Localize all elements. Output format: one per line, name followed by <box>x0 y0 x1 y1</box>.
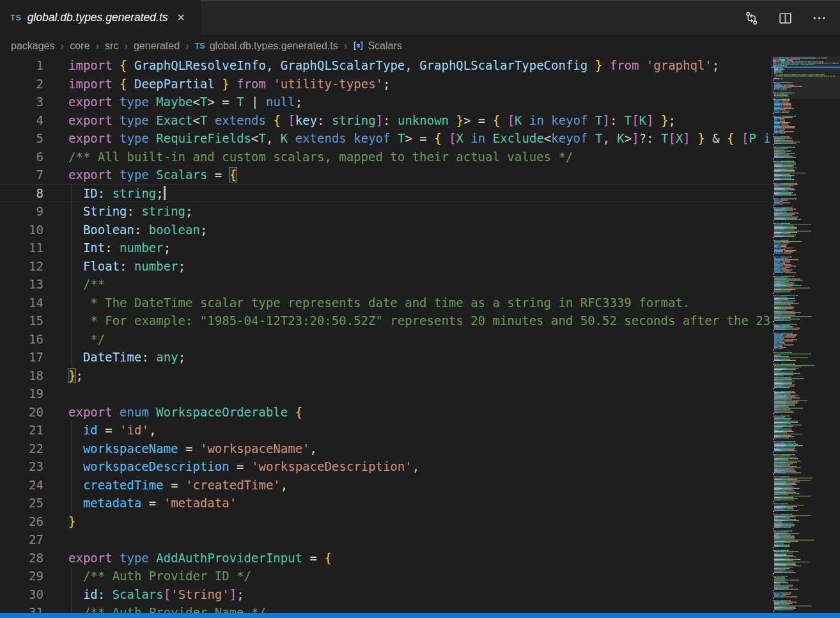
code-line[interactable]: 31 /** Auth Provider Name */ <box>0 603 770 613</box>
minimap[interactable] <box>771 56 840 613</box>
breadcrumb-item-packages[interactable]: packages <box>11 40 55 52</box>
code-line[interactable]: 3export type Maybe<T> = T | null; <box>0 93 770 111</box>
code-line[interactable]: 18}; <box>0 367 770 385</box>
line-number: 17 <box>0 348 43 367</box>
code-line[interactable]: 24 createdTime = 'createdTime', <box>0 476 770 495</box>
code-line[interactable]: 15 * For example: "1985-04-12T23:20:50.5… <box>0 312 770 330</box>
code-line[interactable]: 8 ID: string; <box>0 184 770 203</box>
code-line[interactable]: 26} <box>0 512 770 531</box>
line-number: 5 <box>0 129 43 148</box>
code-line-content: import { GraphQLResolveInfo, GraphQLScal… <box>43 56 770 75</box>
chevron-right-icon: › <box>61 40 65 52</box>
code-line-content: import { DeepPartial } from 'utility-typ… <box>43 75 770 93</box>
line-number: 10 <box>0 221 43 239</box>
indent-guide <box>71 603 72 613</box>
code-line-content: Boolean: boolean; <box>43 221 770 239</box>
line-number: 7 <box>0 166 43 184</box>
code-line[interactable]: 4export type Exact<T extends { [key: str… <box>0 111 770 130</box>
code-line-content <box>43 384 770 403</box>
more-actions-icon[interactable] <box>811 10 827 26</box>
vscode-window: TS global.db.types.generated.ts ✕ pa <box>0 0 840 618</box>
line-number: 2 <box>0 75 43 93</box>
code-line-content: workspaceName = 'workspaceName', <box>43 440 770 458</box>
code-line[interactable]: 23 workspaceDescription = 'workspaceDesc… <box>0 457 770 476</box>
code-area[interactable]: 1import { GraphQLResolveInfo, GraphQLSca… <box>0 56 770 613</box>
breadcrumb-item-generated[interactable]: generated <box>134 40 180 52</box>
code-line-content: * For example: "1985-04-12T23:20:50.52Z"… <box>43 312 770 330</box>
minimap-canvas[interactable] <box>771 56 840 613</box>
tab-bar: TS global.db.types.generated.ts ✕ <box>0 0 840 35</box>
code-line[interactable]: 29 /** Auth Provider ID */ <box>0 567 770 585</box>
line-number: 26 <box>0 512 43 531</box>
code-line-content: /** Auth Provider Name */ <box>43 603 770 613</box>
breadcrumb-item-file[interactable]: global.db.types.generated.ts <box>210 40 338 52</box>
indent-guide <box>71 585 72 604</box>
indent-guide <box>71 476 72 495</box>
indent-guide <box>71 294 72 312</box>
breadcrumb-item-symbol-scalars[interactable]: Scalars <box>368 40 401 52</box>
code-line[interactable]: 13 /** <box>0 275 770 294</box>
line-number: 25 <box>0 494 43 512</box>
code-line-content: Int: number; <box>43 239 770 257</box>
code-line[interactable]: 30 id: Scalars['String']; <box>0 585 770 604</box>
code-line[interactable]: 6/** All built-in and custom scalars, ma… <box>0 148 770 166</box>
code-line-content: export type Scalars = { <box>43 166 770 184</box>
code-line[interactable]: 11 Int: number; <box>0 239 770 257</box>
code-line-content: export enum WorkspaceOrderable { <box>43 403 770 422</box>
code-line[interactable]: 20export enum WorkspaceOrderable { <box>0 403 770 422</box>
status-bar <box>0 613 840 618</box>
code-line[interactable]: 22 workspaceName = 'workspaceName', <box>0 440 770 458</box>
code-line[interactable]: 2import { DeepPartial } from 'utility-ty… <box>0 75 770 93</box>
indent-guide <box>71 421 72 440</box>
code-line[interactable]: 12 Float: number; <box>0 257 770 276</box>
code-line-content: /** Auth Provider ID */ <box>43 567 770 585</box>
code-line[interactable]: 5export type RequireFields<T, K extends … <box>0 129 770 148</box>
code-line-content: ID: string; <box>43 184 770 203</box>
code-line[interactable]: 25 metadata = 'metadata' <box>0 494 770 512</box>
code-line[interactable]: 14 * The DateTime scalar type represents… <box>0 294 770 312</box>
code-line-content: Float: number; <box>43 257 770 276</box>
close-tab-icon[interactable]: ✕ <box>177 12 185 24</box>
line-number: 14 <box>0 294 43 312</box>
code-line-content: metadata = 'metadata' <box>43 494 770 512</box>
code-line-content: String: string; <box>43 202 770 221</box>
code-line-content: */ <box>43 330 770 349</box>
breadcrumb-item-core[interactable]: core <box>70 40 89 52</box>
typescript-file-icon: TS <box>10 13 22 22</box>
code-line-content: /** <box>43 275 770 294</box>
code-line[interactable]: 28export type AddAuthProviderInput = { <box>0 549 770 567</box>
indent-guide <box>71 221 72 239</box>
code-line[interactable]: 7export type Scalars = { <box>0 166 770 184</box>
code-line-content: id = 'id', <box>43 421 770 440</box>
tab-title: global.db.types.generated.ts <box>27 11 168 24</box>
code-line[interactable]: 19 <box>0 384 770 403</box>
indent-guide <box>71 239 72 257</box>
code-line-content: id: Scalars['String']; <box>43 585 770 604</box>
code-line[interactable]: 21 id = 'id', <box>0 421 770 440</box>
tab-global-db-types[interactable]: TS global.db.types.generated.ts ✕ <box>0 0 201 35</box>
code-line[interactable]: 9 String: string; <box>0 202 770 221</box>
indent-guide <box>71 312 72 330</box>
indent-guide <box>71 184 72 203</box>
code-line[interactable]: 10 Boolean: boolean; <box>0 221 770 239</box>
indent-guide <box>71 494 72 512</box>
line-number: 20 <box>0 403 43 422</box>
code-line[interactable]: 1import { GraphQLResolveInfo, GraphQLSca… <box>0 56 770 75</box>
code-line[interactable]: 17 DateTime: any; <box>0 348 770 367</box>
symbol-type-icon <box>353 40 364 51</box>
chevron-right-icon: › <box>95 40 99 52</box>
line-number: 24 <box>0 476 43 495</box>
line-number: 31 <box>0 603 43 613</box>
split-editor-icon[interactable] <box>777 10 793 26</box>
line-number: 12 <box>0 257 43 276</box>
open-changes-icon[interactable] <box>743 10 759 26</box>
indent-guide <box>71 202 72 221</box>
breadcrumb-item-src[interactable]: src <box>105 40 118 52</box>
code-line[interactable]: 27 <box>0 530 770 549</box>
code-line[interactable]: 16 */ <box>0 330 770 349</box>
line-number: 22 <box>0 440 43 458</box>
code-line-content: export type AddAuthProviderInput = { <box>43 549 770 567</box>
code-line-content: * The DateTime scalar type represents da… <box>43 294 770 312</box>
code-line-content: workspaceDescription = 'workspaceDescrip… <box>43 457 770 476</box>
code-line-content: export type Maybe<T> = T | null; <box>43 93 770 111</box>
